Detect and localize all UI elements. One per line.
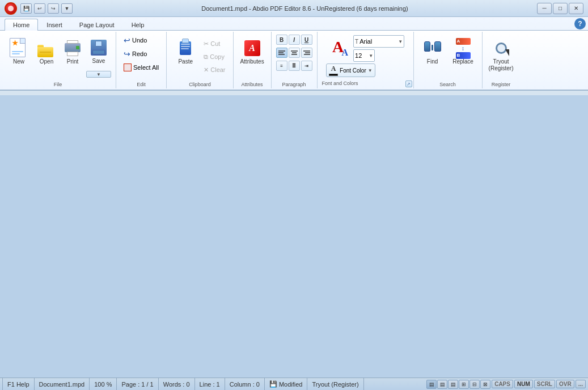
bold-button[interactable]: B <box>276 35 287 45</box>
tab-insert[interactable]: Insert <box>38 19 71 31</box>
open-icon <box>37 39 56 57</box>
font-size-value: 12 <box>355 52 362 59</box>
title-bar-left: 💾 ↩ ↪ ▼ <box>5 2 73 15</box>
cut-label: Cut <box>210 40 220 47</box>
align-center-button[interactable] <box>289 48 300 58</box>
quick-save-button[interactable]: 💾 <box>20 3 32 14</box>
tryout-label: Tryout (Register) <box>489 58 514 72</box>
quick-redo-button[interactable]: ↪ <box>48 3 59 14</box>
find-button[interactable]: Find <box>418 36 447 77</box>
minimize-button[interactable]: ─ <box>537 3 552 14</box>
tab-home[interactable]: Home <box>5 19 38 31</box>
replace-button[interactable]: A ↕ B Replace <box>449 36 477 77</box>
copy-button[interactable]: ⧉ Copy <box>201 50 228 63</box>
ribbon-tabs: Home Insert Page Layout Help <box>2 17 574 30</box>
status-tryout: Tryout (Register) <box>307 378 363 390</box>
ribbon-group-attributes: A Attributes Attributes <box>234 32 272 88</box>
list-bullet-button[interactable]: ≡ <box>276 61 287 71</box>
replace-label: Replace <box>452 58 473 65</box>
tab-page-layout[interactable]: Page Layout <box>71 19 123 31</box>
status-help[interactable]: F1 Help <box>2 378 35 390</box>
font-size-dropdown[interactable]: 12 ▼ <box>353 49 375 62</box>
align-right-button[interactable] <box>301 48 312 58</box>
ribbon-group-file: ★ New <box>0 32 116 88</box>
select-all-label: Select All <box>133 64 159 71</box>
new-icon: ★ <box>10 39 28 57</box>
paste-button[interactable]: Paste <box>171 36 200 77</box>
main-canvas[interactable] <box>0 95 588 378</box>
color-swatch <box>329 74 338 76</box>
quick-access-toolbar: 💾 ↩ ↪ ▼ <box>20 3 73 14</box>
paragraph-group-label: Paragraph <box>282 80 306 87</box>
find-label: Find <box>427 58 438 65</box>
paste-label: Paste <box>178 58 193 65</box>
undo-button[interactable]: ↩ Undo <box>121 34 150 46</box>
font-name-dropdown[interactable]: T Arial ▼ <box>353 35 404 48</box>
file-group-label: File <box>54 80 62 87</box>
cut-icon: ✂ <box>204 40 209 48</box>
font-large-button[interactable]: A A <box>326 35 350 59</box>
status-bar: F1 Help Document1.mpd 100 % Page : 1 / 1… <box>0 378 588 390</box>
clear-icon: ✕ <box>204 66 209 74</box>
list-number-button[interactable]: ≣ <box>289 61 300 71</box>
ovr-indicator: OVR <box>556 380 574 388</box>
ribbon-group-edit: ↩ Undo ↪ Redo Select All Edit <box>116 32 167 88</box>
register-group-content: Tryout (Register) <box>485 33 518 80</box>
clipboard-group-label: Clipboard <box>189 80 211 87</box>
font-color-label: Font Color <box>340 67 366 74</box>
caps-indicator: CAPS <box>492 380 513 388</box>
clear-button[interactable]: ✕ Clear <box>201 63 228 76</box>
window-title: Document1.mpd - Abdio PDF Editor 8.6 - U… <box>73 5 537 12</box>
format-button-group: ▤ ▤ ▤ ⊞ ⊟ ⊠ <box>426 380 490 389</box>
open-button[interactable]: Open <box>34 36 59 77</box>
font-color-dropdown-icon: ▼ <box>368 68 373 73</box>
ribbon-group-register: Tryout (Register) Register <box>483 32 520 88</box>
clipboard-group-content: Paste ✂ Cut ⧉ Copy ✕ Clear <box>169 33 230 80</box>
tab-help[interactable]: Help <box>123 19 153 31</box>
file-group-content: ★ New <box>2 33 113 80</box>
title-bar: 💾 ↩ ↪ ▼ Document1.mpd - Abdio PDF Editor… <box>0 0 588 17</box>
font-color-button[interactable]: A Font Color ▼ <box>326 63 375 77</box>
font-group-expand[interactable]: ↗ <box>405 80 412 87</box>
search-group-content: Find A ↕ <box>416 33 480 80</box>
fmt-center-button[interactable]: ▤ <box>437 380 447 389</box>
save-icon <box>90 39 108 57</box>
edit-group-label: Edit <box>137 80 146 87</box>
attributes-group-label: Attributes <box>242 80 263 87</box>
print-button[interactable]: Print <box>60 36 85 77</box>
italic-button[interactable]: I <box>289 35 300 45</box>
quick-dropdown-button[interactable]: ▼ <box>61 3 73 14</box>
save-dropdown-button[interactable]: ▼ <box>86 71 111 78</box>
close-button[interactable]: ✕ <box>569 3 583 14</box>
ribbon-group-paragraph: B I U ≡ <box>272 32 318 88</box>
underline-button[interactable]: U <box>301 35 312 45</box>
status-words: Words : 0 <box>159 378 195 390</box>
redo-button[interactable]: ↪ Redo <box>121 48 150 60</box>
indent-button[interactable]: ⇥ <box>301 61 312 71</box>
clear-label: Clear <box>210 66 225 73</box>
save-label: Save <box>92 58 105 65</box>
register-group-label: Register <box>492 80 511 87</box>
new-label: New <box>13 58 24 65</box>
tryout-button[interactable]: Tryout (Register) <box>487 36 515 77</box>
open-label: Open <box>40 58 53 65</box>
fmt-view1-button[interactable]: ⊞ <box>459 380 469 389</box>
select-all-button[interactable]: Select All <box>121 61 162 74</box>
help-button[interactable]: ? <box>574 18 586 29</box>
list-row: ≡ ≣ ⇥ <box>276 61 312 71</box>
attributes-button[interactable]: A Attributes <box>238 36 266 77</box>
ribbon: Home Insert Page Layout Help ? <box>0 17 588 91</box>
fmt-view2-button[interactable]: ⊟ <box>469 380 480 389</box>
fmt-left-button[interactable]: ▤ <box>426 380 437 389</box>
new-button[interactable]: ★ New <box>5 36 33 77</box>
fmt-right-button[interactable]: ▤ <box>448 380 458 389</box>
quick-undo-button[interactable]: ↩ <box>34 3 45 14</box>
align-left-button[interactable] <box>276 48 287 58</box>
save-button[interactable]: Save <box>86 36 111 70</box>
fmt-view3-button[interactable]: ⊠ <box>480 380 490 389</box>
maximize-button[interactable]: □ <box>553 3 568 14</box>
ribbon-group-search: Find A ↕ <box>414 32 483 88</box>
cut-button[interactable]: ✂ Cut <box>201 37 228 50</box>
attributes-label: Attributes <box>240 58 264 65</box>
status-column: Column : 0 <box>225 378 265 390</box>
